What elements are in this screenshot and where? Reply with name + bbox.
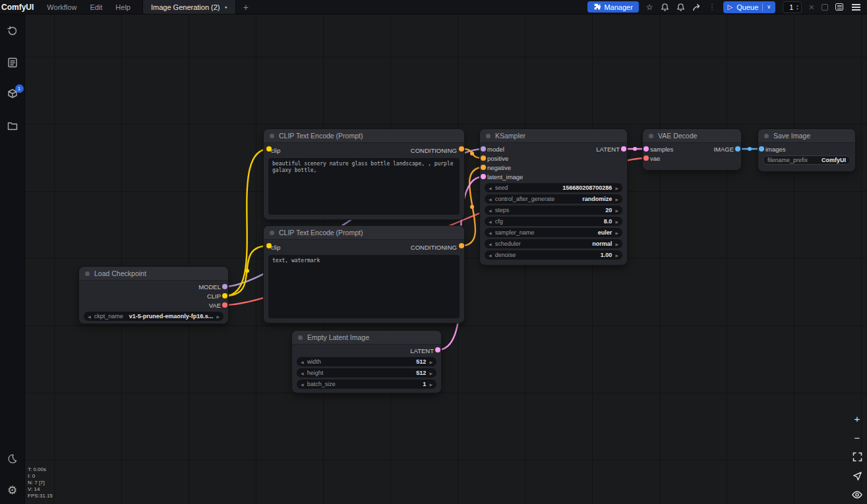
stepper-arrows[interactable]: ▴ ▾	[796, 4, 798, 10]
node-header[interactable]: VAE Decode	[643, 129, 741, 143]
step-down-icon[interactable]: ▾	[796, 7, 798, 11]
manager-button[interactable]: Manager	[587, 1, 638, 13]
increment-arrow-icon[interactable]: ▶	[429, 371, 433, 376]
node-ksampler[interactable]: KSampler model LATENT positive negative …	[480, 129, 627, 265]
widget-label: scheduler	[495, 240, 521, 247]
widget-height[interactable]: ◀ height 512 ▶	[297, 368, 436, 378]
decrement-arrow-icon[interactable]: ◀	[489, 242, 492, 246]
widget-value: 512	[416, 370, 426, 376]
node-header[interactable]: CLIP Text Encode (Prompt)	[264, 129, 464, 143]
decrement-arrow-icon[interactable]: ◀	[489, 208, 492, 213]
node-body: images filename_prefix ComfyUI	[758, 143, 855, 165]
new-tab-button[interactable]: +	[236, 2, 256, 13]
collapse-dot[interactable]	[649, 134, 653, 138]
queue-list-icon[interactable]	[835, 3, 843, 11]
decrement-arrow-icon[interactable]: ◀	[301, 360, 304, 364]
node-title: Load Checkpoint	[94, 269, 146, 277]
prompt-textarea[interactable]: beautiful scenery nature glass bottle la…	[268, 158, 460, 215]
menu-help[interactable]: Help	[109, 3, 137, 11]
comfyui-logo[interactable]: ComfyUI	[0, 3, 40, 12]
bell-icon-1[interactable]	[661, 3, 669, 11]
node-header[interactable]: KSampler	[480, 129, 627, 143]
zoom-in-button[interactable]: +	[851, 413, 863, 424]
decrement-arrow-icon[interactable]: ◀	[301, 382, 304, 387]
workflows-folder-icon[interactable]	[7, 120, 18, 132]
increment-arrow-icon[interactable]: ▶	[615, 231, 618, 235]
widget-cfg[interactable]: ◀ cfg 8.0 ▶	[485, 217, 622, 226]
node-vae-decode[interactable]: VAE Decode samples IMAGE vae	[643, 129, 741, 170]
widget-denoise[interactable]: ◀ denoise 1.00 ▶	[485, 250, 622, 260]
collapse-dot[interactable]	[486, 134, 491, 138]
collapse-dot[interactable]	[270, 231, 274, 235]
increment-arrow-icon[interactable]: ▶	[615, 197, 618, 202]
fit-view-icon[interactable]	[851, 451, 863, 462]
node-clip-text-encode-positive[interactable]: CLIP Text Encode (Prompt) clip CONDITION…	[264, 129, 464, 219]
increment-arrow-icon[interactable]: ▶	[429, 360, 433, 364]
increment-arrow-icon[interactable]: ▶	[615, 242, 618, 246]
share-icon[interactable]	[692, 3, 702, 12]
prompt-textarea[interactable]: text, watermark	[268, 255, 460, 318]
zoom-out-button[interactable]: −	[851, 432, 863, 443]
queue-history-icon[interactable]	[7, 25, 18, 37]
input-label-vae: vae	[650, 155, 660, 162]
widget-batch-size[interactable]: ◀ batch_size 1 ▶	[297, 379, 436, 389]
node-header[interactable]: Load Checkpoint	[79, 267, 228, 281]
increment-arrow-icon[interactable]: ▶	[615, 208, 618, 213]
collapse-dot[interactable]	[764, 134, 769, 138]
widget-steps[interactable]: ◀ steps 20 ▶	[485, 206, 622, 215]
batch-count-stepper[interactable]: 1 ▴ ▾	[783, 1, 802, 13]
chevron-down-icon[interactable]: ∨	[767, 4, 771, 10]
decrement-arrow-icon[interactable]: ◀	[301, 371, 304, 376]
decrement-arrow-icon[interactable]: ◀	[489, 253, 492, 258]
model-library-icon[interactable]: 1	[7, 88, 18, 100]
collapse-dot[interactable]	[270, 134, 274, 138]
decrement-arrow-icon[interactable]: ◀	[489, 186, 492, 190]
bell-icon-2[interactable]	[676, 3, 685, 11]
topbar-right: Manager ☆ ⋮ ▷ Queue ∨ 1 ▴	[587, 0, 867, 14]
node-header[interactable]: Save Image	[758, 129, 855, 143]
collapse-dot[interactable]	[85, 271, 90, 276]
toggle-visibility-eye-icon[interactable]	[851, 490, 863, 500]
decrement-arrow-icon[interactable]: ◀	[489, 219, 492, 224]
widget-width[interactable]: ◀ width 512 ▶	[297, 357, 436, 366]
widget-scheduler[interactable]: ◀ scheduler normal ▶	[485, 239, 622, 248]
theme-toggle-icon[interactable]	[7, 453, 18, 464]
widget-seed[interactable]: ◀ seed 156680208700286 ▶	[485, 183, 622, 192]
select-mode-icon[interactable]	[851, 470, 863, 481]
widget-label: batch_size	[307, 381, 336, 387]
cancel-run-icon[interactable]: ×	[809, 3, 814, 12]
menu-workflow[interactable]: Workflow	[40, 3, 83, 11]
widget-sampler-name[interactable]: ◀ sampler_name euler ▶	[485, 228, 622, 237]
decrement-arrow-icon[interactable]: ◀	[489, 231, 492, 235]
widget-label: height	[307, 370, 324, 376]
collapse-dot[interactable]	[298, 335, 303, 340]
increment-arrow-icon[interactable]: ▶	[615, 186, 618, 190]
increment-arrow-icon[interactable]: ▶	[216, 314, 220, 319]
decrement-arrow-icon[interactable]: ◀	[489, 197, 492, 202]
tab-image-generation[interactable]: Image Generation (2) ●	[142, 0, 236, 14]
queue-label: Queue	[736, 3, 758, 11]
decrement-arrow-icon[interactable]: ◀	[88, 314, 91, 319]
queue-button[interactable]: ▷ Queue ∨	[723, 1, 776, 13]
node-header[interactable]: Empty Latent Image	[292, 331, 441, 345]
widget-ckpt-name[interactable]: ◀ ckpt_name v1-5-pruned-emaonly-fp16.s..…	[84, 312, 224, 321]
stop-icon[interactable]	[822, 4, 828, 11]
node-library-icon[interactable]	[7, 57, 18, 69]
star-icon[interactable]: ☆	[646, 3, 653, 11]
node-save-image[interactable]: Save Image images filename_prefix ComfyU…	[758, 129, 855, 171]
menu-edit[interactable]: Edit	[83, 3, 109, 11]
increment-arrow-icon[interactable]: ▶	[615, 253, 618, 258]
node-header[interactable]: CLIP Text Encode (Prompt)	[264, 226, 464, 240]
hamburger-menu-icon[interactable]	[852, 7, 860, 8]
model-library-badge: 1	[15, 84, 24, 93]
node-clip-text-encode-negative[interactable]: CLIP Text Encode (Prompt) clip CONDITION…	[264, 226, 464, 323]
increment-arrow-icon[interactable]: ▶	[429, 382, 433, 387]
node-empty-latent-image[interactable]: Empty Latent Image LATENT ◀ width 512 ▶ …	[292, 331, 441, 393]
node-load-checkpoint[interactable]: Load Checkpoint MODEL CLIP VAE ◀ ckpt_na…	[79, 267, 228, 323]
settings-gear-icon[interactable]: ⚙	[7, 484, 18, 496]
widget-control-after-generate[interactable]: ◀ control_after_generate randomize ▶	[485, 194, 622, 204]
output-label-latent: LATENT	[410, 347, 434, 354]
perf-stats: T: 0.00s I: 0 N: 7 [7] V: 14 FPS:31.15	[28, 466, 53, 499]
widget-filename-prefix[interactable]: filename_prefix ComfyUI	[763, 155, 851, 165]
increment-arrow-icon[interactable]: ▶	[615, 219, 618, 224]
